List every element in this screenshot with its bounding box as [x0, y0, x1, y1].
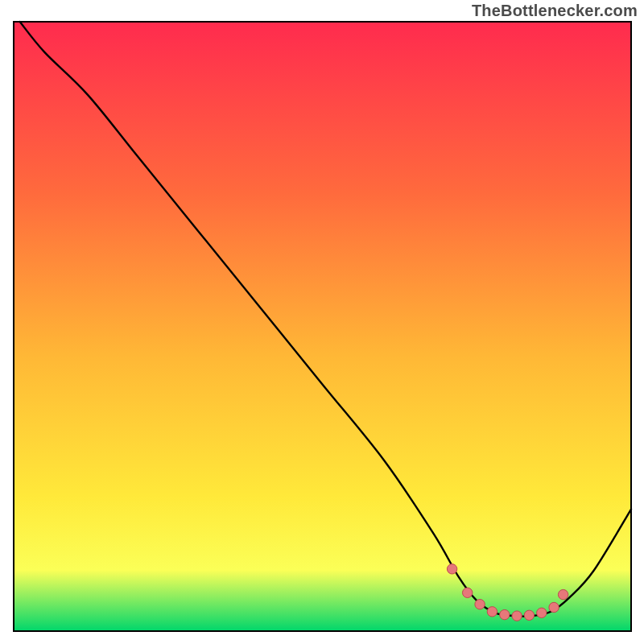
bottleneck-chart: [0, 0, 644, 644]
optimal-marker: [487, 607, 497, 617]
optimal-marker: [549, 602, 559, 612]
optimal-marker: [463, 588, 473, 597]
optimal-marker: [537, 608, 547, 617]
optimal-marker: [447, 564, 456, 574]
optimal-marker: [475, 600, 485, 609]
optimal-marker: [558, 589, 568, 599]
chart-stage: TheBottlenecker.com: [0, 0, 644, 644]
optimal-marker: [500, 609, 510, 619]
optimal-marker: [512, 611, 522, 621]
gradient-background: [14, 22, 631, 631]
optimal-marker: [524, 610, 534, 620]
